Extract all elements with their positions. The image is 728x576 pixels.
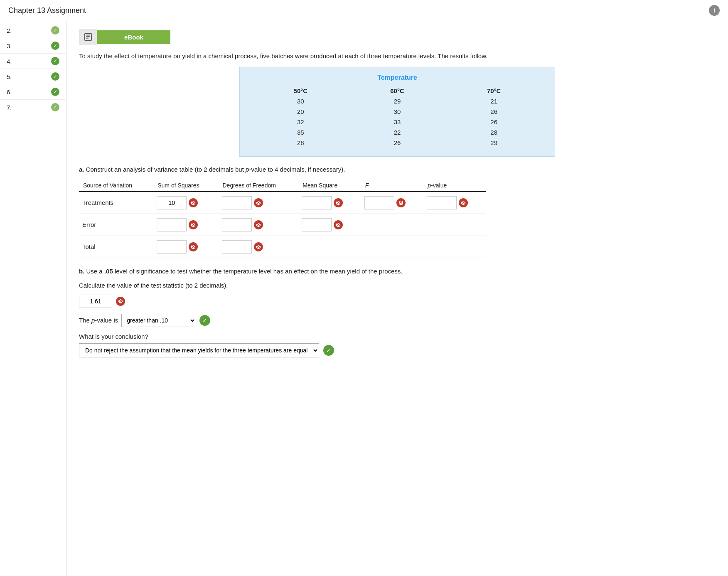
anova-header-ms: Mean Square bbox=[298, 180, 361, 192]
x-icon: ✕ bbox=[254, 242, 263, 251]
anova-table: Source of Variation Sum of Squares Degre… bbox=[79, 180, 486, 258]
treatments-p-cell: ✕ bbox=[427, 196, 468, 209]
temperature-table-wrapper: Temperature 50°C 60°C 70°C 3029212030263… bbox=[239, 67, 555, 157]
error-ss-clear[interactable]: ✕ bbox=[188, 220, 198, 230]
x-icon: ✕ bbox=[189, 220, 198, 229]
x-icon: ✕ bbox=[254, 198, 263, 207]
col-header-70: 70°C bbox=[445, 86, 542, 96]
sidebar-item-label: 3. bbox=[7, 42, 12, 49]
calc-label: Calculate the value of the test statisti… bbox=[79, 281, 716, 290]
error-df-clear[interactable]: ✕ bbox=[253, 220, 263, 230]
treatments-ss-clear[interactable]: ✕ bbox=[188, 198, 198, 208]
temp-cell-0-2: 21 bbox=[445, 96, 542, 106]
total-ss-clear[interactable]: ✕ bbox=[188, 242, 198, 252]
temp-cell-0-0: 30 bbox=[252, 96, 349, 106]
sidebar-item-label: 4. bbox=[7, 58, 12, 65]
treatments-df-clear[interactable]: ✕ bbox=[253, 198, 263, 208]
anova-instruction: a. Construct an analysis of variance tab… bbox=[79, 165, 716, 175]
treatments-f-input[interactable] bbox=[364, 196, 394, 209]
page-title: Chapter 13 Assignment bbox=[8, 6, 86, 15]
anova-header-df: Degrees of Freedom bbox=[219, 180, 299, 192]
sidebar-item-2[interactable]: 2. ✓ bbox=[0, 23, 66, 38]
treatments-f-cell: ✕ bbox=[364, 196, 406, 209]
stat-input[interactable] bbox=[79, 295, 112, 308]
status-icon-2: ✓ bbox=[51, 26, 59, 34]
treatments-df-cell: ✕ bbox=[222, 196, 263, 209]
pvalue-row: The p-value is less than .01 between .01… bbox=[79, 314, 716, 327]
ebook-button[interactable]: eBook bbox=[79, 30, 170, 44]
anova-label-treatments: Treatments bbox=[79, 192, 153, 214]
sidebar-item-7[interactable]: 7. ✓ bbox=[0, 100, 66, 115]
col-header-60: 60°C bbox=[349, 86, 446, 96]
treatments-ss-input[interactable] bbox=[157, 196, 187, 209]
error-ss-input[interactable] bbox=[157, 218, 187, 231]
treatments-p-input[interactable] bbox=[427, 196, 457, 209]
x-icon: ✕ bbox=[334, 198, 343, 207]
temp-cell-3-1: 22 bbox=[349, 127, 446, 138]
anova-header-f: F bbox=[361, 180, 424, 192]
pvalue-check-icon: ✓ bbox=[199, 315, 210, 326]
main-content: eBook To study the effect of temperature… bbox=[66, 21, 728, 576]
sidebar-item-label: 7. bbox=[7, 104, 12, 111]
total-ss-input[interactable] bbox=[157, 240, 187, 254]
sidebar: 2. ✓ 3. ✓ 4. ✓ 5. ✓ 6. ✓ 7. ✓ bbox=[0, 21, 66, 576]
stat-clear[interactable]: ✕ bbox=[116, 296, 125, 306]
total-df-cell: ✕ bbox=[222, 240, 263, 254]
status-icon-5: ✓ bbox=[51, 72, 59, 81]
temp-cell-3-0: 35 bbox=[252, 127, 349, 138]
pvalue-select[interactable]: less than .01 between .01 and .025 betwe… bbox=[121, 314, 196, 327]
anova-label-total: Total bbox=[79, 236, 153, 258]
temp-cell-4-1: 26 bbox=[349, 138, 446, 148]
sidebar-item-3[interactable]: 3. ✓ bbox=[0, 38, 66, 54]
col-header-50: 50°C bbox=[252, 86, 349, 96]
conclusion-select[interactable]: Do not reject the assumption that the me… bbox=[79, 343, 319, 357]
treatments-ms-cell: ✕ bbox=[302, 196, 343, 209]
temp-cell-1-0: 20 bbox=[252, 106, 349, 117]
x-icon: ✕ bbox=[116, 297, 125, 306]
error-ms-input[interactable] bbox=[302, 218, 332, 231]
total-df-clear[interactable]: ✕ bbox=[253, 242, 263, 252]
conclusion-row: Do not reject the assumption that the me… bbox=[79, 343, 716, 357]
total-df-input[interactable] bbox=[222, 240, 252, 254]
sidebar-item-5[interactable]: 5. ✓ bbox=[0, 69, 66, 84]
status-icon-4: ✓ bbox=[51, 57, 59, 65]
x-icon: ✕ bbox=[189, 242, 198, 251]
anova-row-total: Total ✕ ✕ bbox=[79, 236, 486, 258]
ebook-label[interactable]: eBook bbox=[97, 30, 170, 44]
treatments-ms-input[interactable] bbox=[302, 196, 332, 209]
treatments-df-input[interactable] bbox=[222, 196, 252, 209]
conclusion-check-icon: ✓ bbox=[323, 345, 334, 356]
sidebar-item-4[interactable]: 4. ✓ bbox=[0, 54, 66, 69]
x-icon: ✕ bbox=[254, 220, 263, 229]
sidebar-item-6[interactable]: 6. ✓ bbox=[0, 84, 66, 100]
x-icon: ✕ bbox=[189, 198, 198, 207]
error-ms-cell: ✕ bbox=[302, 218, 343, 231]
ebook-icon bbox=[79, 30, 97, 44]
error-df-input[interactable] bbox=[222, 218, 252, 231]
temp-cell-4-2: 29 bbox=[445, 138, 542, 148]
temp-cell-2-1: 33 bbox=[349, 117, 446, 127]
part-b-text: b. Use a .05 level of significance to te… bbox=[79, 266, 716, 276]
total-ss-cell: ✕ bbox=[157, 240, 198, 254]
treatments-ms-clear[interactable]: ✕ bbox=[333, 198, 343, 208]
part-b: b. Use a .05 level of significance to te… bbox=[79, 266, 716, 357]
temperature-table: 50°C 60°C 70°C 3029212030263233263522282… bbox=[252, 86, 542, 148]
treatments-p-clear[interactable]: ✕ bbox=[458, 198, 468, 208]
temp-cell-1-2: 26 bbox=[445, 106, 542, 117]
x-icon: ✕ bbox=[459, 198, 468, 207]
info-icon[interactable]: i bbox=[709, 5, 720, 16]
stat-row: ✕ bbox=[79, 295, 716, 308]
status-icon-6: ✓ bbox=[51, 88, 59, 96]
status-icon-3: ✓ bbox=[51, 42, 59, 50]
treatments-f-clear[interactable]: ✕ bbox=[396, 198, 406, 208]
problem-text: To study the effect of temperature on yi… bbox=[79, 51, 536, 61]
temperature-header: Temperature bbox=[252, 74, 542, 81]
error-ms-clear[interactable]: ✕ bbox=[333, 220, 343, 230]
temp-cell-4-0: 28 bbox=[252, 138, 349, 148]
anova-row-treatments: Treatments ✕ ✕ bbox=[79, 192, 486, 214]
anova-header-p: p-value bbox=[423, 180, 486, 192]
anova-row-error: Error ✕ ✕ bbox=[79, 214, 486, 236]
temp-cell-0-1: 29 bbox=[349, 96, 446, 106]
x-icon: ✕ bbox=[396, 198, 406, 207]
treatments-ss-cell: ✕ bbox=[157, 196, 198, 209]
